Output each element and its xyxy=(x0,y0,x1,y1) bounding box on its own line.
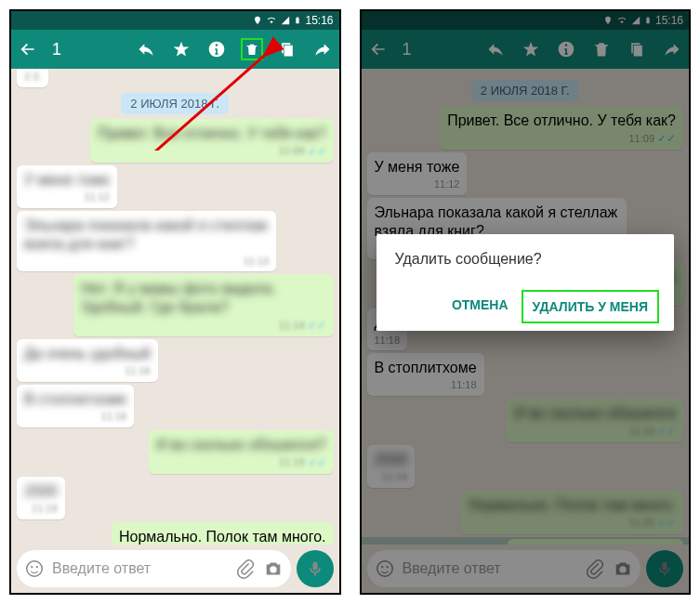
message-in[interactable]: 250011:19 xyxy=(17,477,334,519)
screenshot-right: 15:16 1 2 ИЮЛЯ 2018 Г. Привет. Все отлич… xyxy=(360,9,692,595)
delete-for-me-button[interactable]: УДАЛИТЬ У МЕНЯ xyxy=(522,290,659,323)
status-bar: 15:16 xyxy=(11,11,339,30)
signal-icon xyxy=(281,16,290,25)
back-icon[interactable] xyxy=(17,38,39,60)
chat-area: 2:3. 2 ИЮЛЯ 2018 Г. Привет. Все отлично.… xyxy=(11,69,339,545)
battery-icon xyxy=(294,15,301,26)
svg-point-1 xyxy=(31,566,33,568)
message-out[interactable]: И во сколько обошелся?11:19✓✓ xyxy=(17,430,334,474)
dialog-title: Удалить сообщение? xyxy=(395,251,660,268)
camera-icon[interactable] xyxy=(263,558,284,579)
message-in[interactable]: В стоплитхоме11:18 xyxy=(17,385,334,427)
message-out[interactable]: Нет. Я у мамы фото видела. Удобный. Где … xyxy=(17,274,334,336)
location-icon xyxy=(253,16,262,25)
attach-icon[interactable] xyxy=(235,558,256,579)
clock: 15:16 xyxy=(305,14,333,27)
delete-icon[interactable] xyxy=(241,38,263,60)
info-icon[interactable] xyxy=(205,38,228,60)
message-out[interactable]: Привет. Все отлично. У тебя как?11:09✓✓ xyxy=(17,119,334,163)
message-input[interactable]: Введите ответ xyxy=(17,550,291,587)
message-out[interactable]: Нормально. Полок там много.11:20✓✓ xyxy=(17,522,334,545)
selection-count: 1 xyxy=(52,40,127,59)
message-in[interactable]: У меня тоже11:12 xyxy=(17,165,334,208)
input-placeholder: Введите ответ xyxy=(52,560,228,577)
message-in[interactable]: Да очень удобный11:18 xyxy=(17,339,334,382)
delete-dialog: Удалить сообщение? ОТМЕНА УДАЛИТЬ У МЕНЯ xyxy=(376,234,675,331)
svg-point-0 xyxy=(27,561,43,577)
message-in[interactable]: Эльнара показала какой я стеллаж взяла д… xyxy=(17,211,334,272)
composer: Введите ответ xyxy=(11,545,339,593)
screenshot-left: 15:16 1 2:3. 2 ИЮЛЯ 2018 Г. Привет. Все … xyxy=(9,9,341,595)
cancel-button[interactable]: ОТМЕНА xyxy=(442,290,518,323)
emoji-icon[interactable] xyxy=(24,558,45,579)
reply-icon[interactable] xyxy=(135,38,157,60)
date-separator: 2 ИЮЛЯ 2018 Г. xyxy=(17,95,334,112)
selection-toolbar: 1 xyxy=(11,30,339,69)
wifi-icon xyxy=(266,16,277,25)
mic-button[interactable] xyxy=(297,550,334,587)
star-icon[interactable] xyxy=(170,38,192,60)
svg-point-2 xyxy=(36,566,38,568)
copy-icon[interactable] xyxy=(276,38,298,60)
forward-icon[interactable] xyxy=(311,38,334,60)
